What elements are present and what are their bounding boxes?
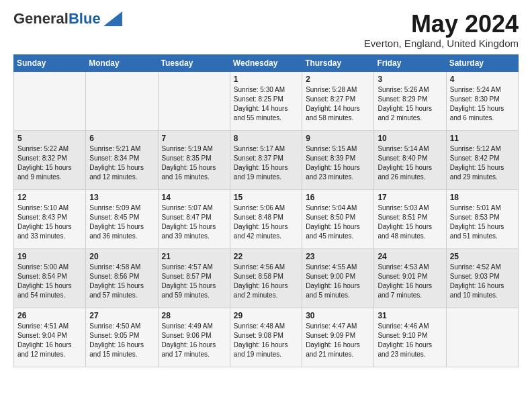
logo-icon bbox=[103, 11, 122, 26]
week-row-4: 19Sunrise: 5:00 AM Sunset: 8:54 PM Dayli… bbox=[14, 248, 519, 308]
day-content: Sunrise: 5:21 AM Sunset: 8:34 PM Dayligh… bbox=[89, 144, 154, 182]
day-number: 13 bbox=[89, 193, 154, 202]
day-cell: 30Sunrise: 4:47 AM Sunset: 9:09 PM Dayli… bbox=[302, 308, 374, 367]
day-content: Sunrise: 5:24 AM Sunset: 8:30 PM Dayligh… bbox=[450, 85, 515, 123]
day-number: 17 bbox=[378, 193, 442, 202]
col-header-monday: Monday bbox=[86, 54, 158, 71]
day-content: Sunrise: 5:06 AM Sunset: 8:48 PM Dayligh… bbox=[234, 203, 298, 241]
day-content: Sunrise: 5:07 AM Sunset: 8:47 PM Dayligh… bbox=[162, 203, 226, 241]
day-cell: 11Sunrise: 5:12 AM Sunset: 8:42 PM Dayli… bbox=[446, 130, 518, 189]
col-header-friday: Friday bbox=[374, 54, 446, 71]
week-row-2: 5Sunrise: 5:22 AM Sunset: 8:32 PM Daylig… bbox=[14, 130, 519, 189]
day-number: 11 bbox=[450, 134, 515, 143]
day-number: 21 bbox=[162, 252, 226, 261]
day-cell bbox=[446, 308, 518, 367]
day-cell bbox=[14, 71, 86, 130]
day-number: 20 bbox=[89, 252, 154, 261]
day-number: 16 bbox=[306, 193, 370, 202]
logo: GeneralBlue bbox=[13, 11, 122, 27]
day-content: Sunrise: 4:56 AM Sunset: 8:58 PM Dayligh… bbox=[234, 263, 298, 300]
day-number: 19 bbox=[17, 252, 82, 261]
day-number: 3 bbox=[378, 75, 442, 84]
col-header-sunday: Sunday bbox=[14, 54, 86, 71]
day-number: 29 bbox=[234, 311, 298, 320]
week-row-1: 1Sunrise: 5:30 AM Sunset: 8:25 PM Daylig… bbox=[14, 71, 519, 130]
day-content: Sunrise: 5:28 AM Sunset: 8:27 PM Dayligh… bbox=[306, 85, 370, 123]
day-number: 1 bbox=[234, 75, 298, 84]
day-number: 24 bbox=[378, 252, 442, 261]
day-cell: 7Sunrise: 5:19 AM Sunset: 8:35 PM Daylig… bbox=[158, 130, 230, 189]
day-number: 22 bbox=[234, 252, 298, 261]
day-content: Sunrise: 5:19 AM Sunset: 8:35 PM Dayligh… bbox=[162, 144, 226, 182]
day-cell: 17Sunrise: 5:03 AM Sunset: 8:51 PM Dayli… bbox=[374, 189, 446, 248]
day-number: 6 bbox=[89, 134, 154, 143]
day-content: Sunrise: 5:30 AM Sunset: 8:25 PM Dayligh… bbox=[234, 85, 298, 123]
page-header: GeneralBlue May 2024 Everton, England, U… bbox=[13, 11, 519, 49]
day-number: 7 bbox=[162, 134, 226, 143]
day-content: Sunrise: 5:17 AM Sunset: 8:37 PM Dayligh… bbox=[234, 144, 298, 182]
day-number: 23 bbox=[306, 252, 370, 261]
day-number: 5 bbox=[17, 134, 82, 143]
col-header-saturday: Saturday bbox=[446, 54, 518, 71]
day-cell: 19Sunrise: 5:00 AM Sunset: 8:54 PM Dayli… bbox=[14, 248, 86, 308]
day-number: 26 bbox=[17, 311, 82, 320]
day-cell bbox=[86, 71, 158, 130]
day-cell: 2Sunrise: 5:28 AM Sunset: 8:27 PM Daylig… bbox=[302, 71, 374, 130]
day-cell: 5Sunrise: 5:22 AM Sunset: 8:32 PM Daylig… bbox=[14, 130, 86, 189]
day-content: Sunrise: 4:51 AM Sunset: 9:04 PM Dayligh… bbox=[17, 322, 82, 359]
day-content: Sunrise: 5:00 AM Sunset: 8:54 PM Dayligh… bbox=[17, 263, 82, 300]
week-row-3: 12Sunrise: 5:10 AM Sunset: 8:43 PM Dayli… bbox=[14, 189, 519, 248]
day-number: 28 bbox=[162, 311, 226, 320]
day-cell: 14Sunrise: 5:07 AM Sunset: 8:47 PM Dayli… bbox=[158, 189, 230, 248]
day-number: 31 bbox=[378, 311, 442, 320]
logo-blue: Blue bbox=[69, 10, 101, 27]
day-content: Sunrise: 5:15 AM Sunset: 8:39 PM Dayligh… bbox=[306, 144, 370, 182]
day-cell: 9Sunrise: 5:15 AM Sunset: 8:39 PM Daylig… bbox=[302, 130, 374, 189]
day-cell: 18Sunrise: 5:01 AM Sunset: 8:53 PM Dayli… bbox=[446, 189, 518, 248]
day-content: Sunrise: 5:14 AM Sunset: 8:40 PM Dayligh… bbox=[378, 144, 442, 182]
title-block: May 2024 Everton, England, United Kingdo… bbox=[364, 11, 519, 49]
day-number: 12 bbox=[17, 193, 82, 202]
day-cell: 20Sunrise: 4:58 AM Sunset: 8:56 PM Dayli… bbox=[86, 248, 158, 308]
day-cell: 10Sunrise: 5:14 AM Sunset: 8:40 PM Dayli… bbox=[374, 130, 446, 189]
day-cell: 22Sunrise: 4:56 AM Sunset: 8:58 PM Dayli… bbox=[230, 248, 302, 308]
day-content: Sunrise: 5:04 AM Sunset: 8:50 PM Dayligh… bbox=[306, 203, 370, 241]
day-cell: 24Sunrise: 4:53 AM Sunset: 9:01 PM Dayli… bbox=[374, 248, 446, 308]
day-content: Sunrise: 4:48 AM Sunset: 9:08 PM Dayligh… bbox=[234, 322, 298, 359]
month-title: May 2024 bbox=[364, 11, 519, 38]
day-number: 2 bbox=[306, 75, 370, 84]
week-row-5: 26Sunrise: 4:51 AM Sunset: 9:04 PM Dayli… bbox=[14, 308, 519, 367]
col-header-wednesday: Wednesday bbox=[230, 54, 302, 71]
day-content: Sunrise: 4:57 AM Sunset: 8:57 PM Dayligh… bbox=[162, 263, 226, 300]
svg-marker-0 bbox=[103, 11, 122, 26]
day-cell: 16Sunrise: 5:04 AM Sunset: 8:50 PM Dayli… bbox=[302, 189, 374, 248]
day-cell: 13Sunrise: 5:09 AM Sunset: 8:45 PM Dayli… bbox=[86, 189, 158, 248]
day-content: Sunrise: 4:46 AM Sunset: 9:10 PM Dayligh… bbox=[378, 322, 442, 359]
day-cell: 27Sunrise: 4:50 AM Sunset: 9:05 PM Dayli… bbox=[86, 308, 158, 367]
day-cell: 25Sunrise: 4:52 AM Sunset: 9:03 PM Dayli… bbox=[446, 248, 518, 308]
day-cell: 12Sunrise: 5:10 AM Sunset: 8:43 PM Dayli… bbox=[14, 189, 86, 248]
day-cell: 3Sunrise: 5:26 AM Sunset: 8:29 PM Daylig… bbox=[374, 71, 446, 130]
day-cell: 31Sunrise: 4:46 AM Sunset: 9:10 PM Dayli… bbox=[374, 308, 446, 367]
day-cell: 1Sunrise: 5:30 AM Sunset: 8:25 PM Daylig… bbox=[230, 71, 302, 130]
day-content: Sunrise: 5:26 AM Sunset: 8:29 PM Dayligh… bbox=[378, 85, 442, 123]
day-content: Sunrise: 4:55 AM Sunset: 9:00 PM Dayligh… bbox=[306, 263, 370, 300]
day-content: Sunrise: 5:10 AM Sunset: 8:43 PM Dayligh… bbox=[17, 203, 82, 241]
day-content: Sunrise: 5:03 AM Sunset: 8:51 PM Dayligh… bbox=[378, 203, 442, 241]
day-number: 27 bbox=[89, 311, 154, 320]
day-content: Sunrise: 4:47 AM Sunset: 9:09 PM Dayligh… bbox=[306, 322, 370, 359]
day-content: Sunrise: 4:58 AM Sunset: 8:56 PM Dayligh… bbox=[89, 263, 154, 300]
day-cell: 26Sunrise: 4:51 AM Sunset: 9:04 PM Dayli… bbox=[14, 308, 86, 367]
day-number: 9 bbox=[306, 134, 370, 143]
day-number: 14 bbox=[162, 193, 226, 202]
day-content: Sunrise: 5:01 AM Sunset: 8:53 PM Dayligh… bbox=[450, 203, 515, 241]
day-content: Sunrise: 4:53 AM Sunset: 9:01 PM Dayligh… bbox=[378, 263, 442, 300]
day-number: 15 bbox=[234, 193, 298, 202]
day-content: Sunrise: 5:22 AM Sunset: 8:32 PM Dayligh… bbox=[17, 144, 82, 182]
day-cell: 21Sunrise: 4:57 AM Sunset: 8:57 PM Dayli… bbox=[158, 248, 230, 308]
day-number: 30 bbox=[306, 311, 370, 320]
day-cell bbox=[158, 71, 230, 130]
location: Everton, England, United Kingdom bbox=[364, 38, 519, 49]
day-cell: 29Sunrise: 4:48 AM Sunset: 9:08 PM Dayli… bbox=[230, 308, 302, 367]
day-content: Sunrise: 4:50 AM Sunset: 9:05 PM Dayligh… bbox=[89, 322, 154, 359]
